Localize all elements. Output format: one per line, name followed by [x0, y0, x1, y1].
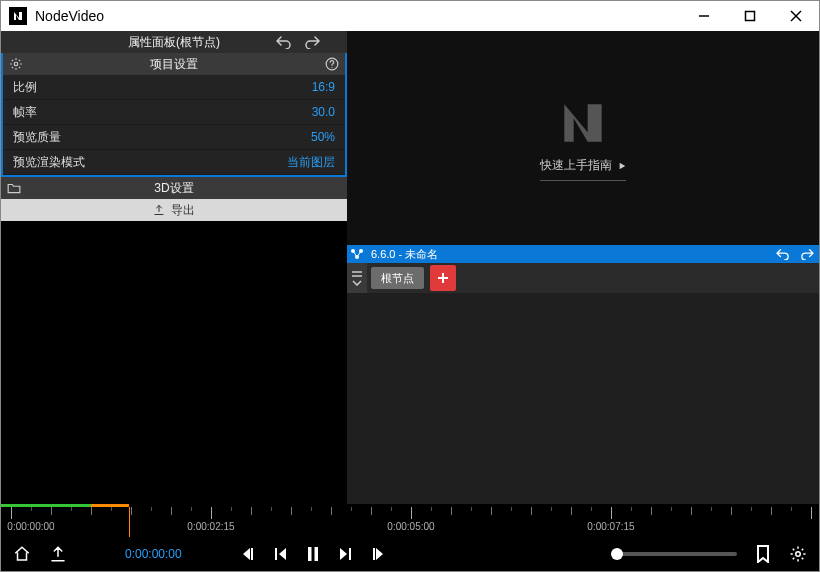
- chevron-down-icon[interactable]: [352, 280, 362, 286]
- export-label: 导出: [171, 202, 195, 219]
- volume-control[interactable]: [617, 552, 737, 556]
- prop-ratio-label: 比例: [13, 79, 37, 96]
- app-logo: [9, 7, 27, 25]
- undo-button[interactable]: [273, 31, 295, 53]
- svg-point-4: [14, 62, 18, 66]
- volume-slider[interactable]: [617, 552, 737, 556]
- prop-preview-quality-label: 预览质量: [13, 129, 61, 146]
- track-row: 根节点: [347, 263, 819, 293]
- svg-rect-19: [373, 548, 375, 560]
- prop-preview-quality-value[interactable]: 50%: [311, 130, 335, 144]
- preview-area: 快速上手指南: [347, 31, 819, 245]
- svg-rect-14: [251, 548, 253, 560]
- app-title: NodeVideo: [35, 8, 681, 24]
- timecode[interactable]: 0:00:00:00: [125, 547, 182, 561]
- step-forward-button[interactable]: [370, 546, 386, 562]
- menu-icon[interactable]: [351, 270, 363, 278]
- svg-rect-17: [314, 547, 318, 561]
- svg-rect-1: [746, 12, 755, 21]
- timeline-header: 6.6.0 - 未命名: [347, 245, 819, 263]
- export-button[interactable]: 导出: [1, 199, 347, 221]
- svg-rect-16: [308, 547, 312, 561]
- gear-icon: [9, 57, 23, 71]
- timeline-title: 6.6.0 - 未命名: [367, 247, 771, 262]
- timeline-footer: 0:00:00:00 0:00:02:15 0:00:05:00 0:00:07…: [1, 504, 819, 571]
- folder-icon: [7, 182, 21, 194]
- left-panel: 属性面板(根节点) 项目设置: [1, 31, 347, 504]
- attributes-panel-title: 属性面板(根节点): [128, 34, 220, 51]
- play-pause-button[interactable]: [306, 546, 320, 562]
- home-button[interactable]: [13, 545, 31, 563]
- add-track-button[interactable]: [430, 265, 456, 291]
- window-buttons: [681, 1, 819, 31]
- prop-render-mode-value[interactable]: 当前图层: [287, 154, 335, 171]
- volume-knob[interactable]: [611, 548, 623, 560]
- main-content: 属性面板(根节点) 项目设置: [1, 31, 819, 504]
- close-button[interactable]: [773, 1, 819, 31]
- transport-controls: 0:00:00:00: [1, 537, 819, 571]
- prop-ratio-value[interactable]: 16:9: [312, 80, 335, 94]
- timeline-body[interactable]: [347, 293, 819, 504]
- prev-frame-button[interactable]: [274, 547, 288, 561]
- 3d-settings-label: 3D设置: [154, 180, 193, 197]
- guide-link-text: 快速上手指南: [540, 157, 612, 174]
- track-left-controls: [347, 263, 367, 293]
- root-node-label: 根节点: [381, 271, 414, 286]
- ruler-label: 0:00:00:00: [7, 521, 54, 532]
- left-empty-area: [1, 221, 347, 504]
- playhead[interactable]: [129, 507, 130, 537]
- 3d-settings-row[interactable]: 3D设置: [1, 177, 347, 199]
- attributes-panel-header: 属性面板(根节点): [1, 31, 347, 53]
- timeline-ruler[interactable]: 0:00:00:00 0:00:02:15 0:00:05:00 0:00:07…: [1, 507, 819, 537]
- timeline-undo-button[interactable]: [771, 248, 795, 260]
- next-frame-button[interactable]: [338, 547, 352, 561]
- prop-preview-quality: 预览质量 50%: [3, 125, 345, 150]
- ruler-label: 0:00:05:00: [387, 521, 434, 532]
- root-node-chip[interactable]: 根节点: [371, 267, 424, 289]
- prop-render-mode: 预览渲染模式 当前图层: [3, 150, 345, 175]
- svg-rect-15: [275, 548, 277, 560]
- help-icon[interactable]: [325, 57, 339, 71]
- preview-logo: [555, 95, 611, 151]
- minimize-button[interactable]: [681, 1, 727, 31]
- prop-render-mode-label: 预览渲染模式: [13, 154, 85, 171]
- maximize-button[interactable]: [727, 1, 773, 31]
- svg-point-6: [331, 67, 332, 68]
- bookmark-button[interactable]: [755, 545, 771, 563]
- project-settings-section: 项目设置 比例 16:9 帧率 30.0 预览质量 50%: [1, 53, 347, 177]
- step-back-button[interactable]: [240, 546, 256, 562]
- timeline-redo-button[interactable]: [795, 248, 819, 260]
- share-button[interactable]: [49, 545, 67, 563]
- project-settings-label: 项目设置: [150, 56, 198, 73]
- export-icon: [153, 204, 165, 216]
- settings-button[interactable]: [789, 545, 807, 563]
- app-window: NodeVideo 属性面板(根节点): [0, 0, 820, 572]
- prop-fps: 帧率 30.0: [3, 100, 345, 125]
- ruler-label: 0:00:07:15: [587, 521, 634, 532]
- svg-point-20: [796, 552, 801, 557]
- redo-button[interactable]: [301, 31, 323, 53]
- svg-rect-18: [349, 548, 351, 560]
- prop-ratio: 比例 16:9: [3, 75, 345, 100]
- ruler-label: 0:00:02:15: [187, 521, 234, 532]
- nodes-icon[interactable]: [347, 248, 367, 260]
- project-settings-header[interactable]: 项目设置: [3, 53, 345, 75]
- prop-fps-label: 帧率: [13, 104, 37, 121]
- prop-fps-value[interactable]: 30.0: [312, 105, 335, 119]
- play-icon: [618, 162, 626, 170]
- quick-start-guide-link[interactable]: 快速上手指南: [540, 157, 626, 181]
- title-bar: NodeVideo: [1, 1, 819, 31]
- right-panel: 快速上手指南 6.6.0 - 未命名: [347, 31, 819, 504]
